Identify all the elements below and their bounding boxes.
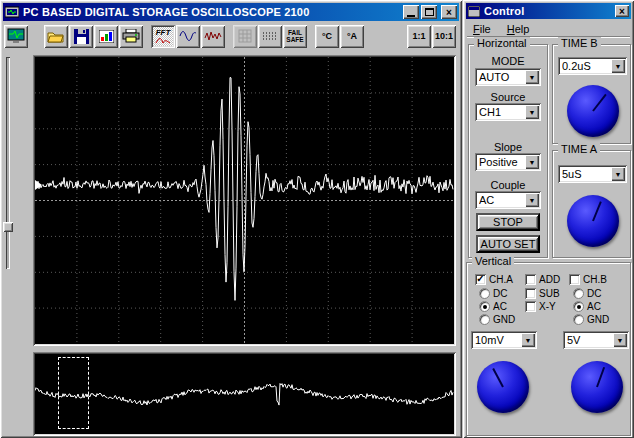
save-button[interactable] [69, 25, 93, 48]
mode-select[interactable]: AUTO ▼ [475, 68, 541, 86]
noise-wave-icon [204, 30, 222, 42]
print-button[interactable] [119, 25, 143, 48]
add-checkbox[interactable] [525, 274, 536, 285]
dropdown-arrow-icon[interactable]: ▼ [521, 333, 535, 347]
noise-wave-button[interactable] [201, 25, 225, 48]
export-image-button[interactable] [94, 25, 118, 48]
dropdown-arrow-icon[interactable]: ▼ [525, 105, 539, 119]
probe-1x-button[interactable]: 1:1 [407, 25, 431, 48]
cha-ac-radio[interactable] [479, 301, 490, 312]
cha-checkbox[interactable] [475, 274, 486, 285]
source-select[interactable]: CH1 ▼ [475, 103, 541, 121]
celsius-button[interactable]: °C [315, 25, 339, 48]
app-icon [5, 6, 19, 19]
cha-dc-label: DC [493, 288, 507, 299]
knob-pointer [492, 368, 504, 387]
chb-checkbox[interactable] [569, 274, 580, 285]
knob-pointer [592, 201, 602, 221]
time-a-knob[interactable] [567, 195, 619, 247]
cha-gnd-radio[interactable] [479, 314, 490, 325]
cha-label: CH.A [489, 274, 513, 285]
fail-safe-label-1: FAIL [288, 29, 302, 36]
fft-button[interactable]: FFT [151, 25, 175, 48]
printer-icon [122, 29, 140, 43]
time-a-group: TIME A 5uS ▼ [552, 150, 631, 258]
chb-volts-knob[interactable] [571, 361, 623, 413]
time-a-label: TIME A [558, 143, 600, 155]
probe-1x-label: 1:1 [412, 31, 425, 41]
scope-screen-icon [7, 28, 25, 44]
overview-waveform [35, 354, 454, 434]
dropdown-arrow-icon[interactable]: ▼ [613, 333, 627, 347]
time-b-select[interactable]: 0.2uS ▼ [558, 57, 627, 75]
main-titlebar[interactable]: PC BASED DIGITAL STORAGE OSCILLOSCOPE 21… [3, 3, 459, 21]
ampere-label: °A [347, 31, 357, 41]
toolbar: FFT FAIL SAFE °C °A [4, 23, 458, 49]
cha-gnd-label: GND [493, 314, 515, 325]
oscilloscope-window: PC BASED DIGITAL STORAGE OSCILLOSCOPE 21… [0, 0, 462, 438]
source-label: Source [469, 91, 547, 103]
control-window: Control × File Help Horizontal MODE AUTO… [463, 0, 634, 438]
chb-label: CH.B [583, 274, 607, 285]
trace-position-slider[interactable] [6, 57, 10, 269]
trigger-level-marker[interactable] [35, 180, 42, 190]
maximize-button[interactable] [421, 5, 437, 19]
control-titlebar[interactable]: Control × [466, 3, 631, 19]
stop-button[interactable]: STOP [476, 213, 540, 231]
control-close-button[interactable]: × [615, 5, 629, 17]
main-window-title: PC BASED DIGITAL STORAGE OSCILLOSCOPE 21… [23, 6, 401, 18]
chb-dc-radio[interactable] [573, 288, 584, 299]
dropdown-arrow-icon[interactable]: ▼ [611, 59, 625, 73]
overview-display [33, 352, 456, 436]
celsius-label: °C [322, 31, 332, 41]
open-folder-icon [47, 29, 65, 43]
time-a-select[interactable]: 5uS ▼ [558, 165, 627, 183]
ampere-button[interactable]: °A [340, 25, 364, 48]
fail-safe-label-2: SAFE [286, 36, 303, 43]
acquire-button[interactable] [4, 25, 28, 48]
sine-wave-button[interactable] [176, 25, 200, 48]
sub-checkbox[interactable] [525, 288, 536, 299]
control-icon [468, 6, 480, 17]
dropdown-arrow-icon[interactable]: ▼ [525, 155, 539, 169]
xy-checkbox[interactable] [525, 301, 536, 312]
slope-select[interactable]: Positive ▼ [475, 153, 541, 171]
minimize-icon [407, 15, 415, 17]
couple-select[interactable]: AC ▼ [475, 191, 541, 209]
open-button[interactable] [44, 25, 68, 48]
cha-dc-radio[interactable] [479, 288, 490, 299]
chb-ac-radio[interactable] [573, 301, 584, 312]
mode-label: MODE [469, 55, 547, 67]
vertical-group-label: Vertical [472, 255, 514, 267]
dropdown-arrow-icon[interactable]: ▼ [525, 70, 539, 84]
grid-icon [238, 29, 252, 43]
fft-label: FFT [156, 28, 171, 37]
horizontal-group-label: Horizontal [474, 37, 530, 49]
knob-pointer [596, 367, 605, 387]
dropdown-arrow-icon[interactable]: ▼ [525, 193, 539, 207]
cha-volts-knob[interactable] [477, 361, 529, 413]
scope-display [33, 55, 456, 346]
auto-set-button[interactable]: AUTO SET [476, 235, 540, 253]
minimize-button[interactable] [403, 5, 419, 19]
close-button[interactable]: × [441, 5, 457, 19]
add-label: ADD [539, 274, 560, 285]
chb-volts-select[interactable]: 5V ▼ [563, 331, 629, 349]
fail-safe-button[interactable]: FAIL SAFE [283, 25, 307, 48]
slider-thumb[interactable] [3, 222, 13, 232]
time-b-knob[interactable] [567, 85, 619, 137]
dotted-lines-icon [262, 30, 278, 42]
sub-label: SUB [539, 288, 560, 299]
probe-10x-label: 10:1 [435, 31, 453, 41]
sine-wave-icon [179, 30, 197, 42]
slope-label: Slope [469, 141, 547, 153]
chb-gnd-radio[interactable] [573, 314, 584, 325]
zoom-selection-box[interactable] [58, 357, 89, 429]
dropdown-arrow-icon[interactable]: ▼ [611, 167, 625, 181]
menu-file[interactable]: File [471, 22, 493, 36]
menu-help[interactable]: Help [505, 22, 532, 36]
probe-10x-button[interactable]: 10:1 [432, 25, 456, 48]
control-window-title: Control [484, 5, 613, 17]
dotted-grid-button[interactable] [258, 25, 282, 48]
cha-volts-select[interactable]: 10mV ▼ [471, 331, 537, 349]
